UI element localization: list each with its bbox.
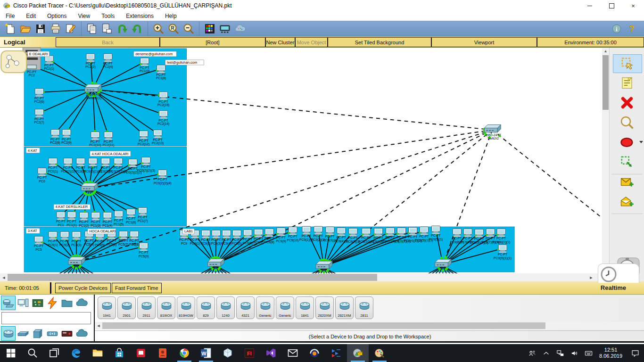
- scroll-left-arrow[interactable]: ◄: [0, 273, 8, 281]
- switch-node[interactable]: 2960-24TT Switch22960-24TTSwitch2: [484, 125, 501, 140]
- taskbar-audio-app-icon[interactable]: [304, 344, 325, 362]
- undo-button[interactable]: [116, 23, 128, 35]
- inspect-tool[interactable]: [613, 114, 641, 132]
- subcategory-security[interactable]: [60, 327, 74, 340]
- vertical-scroll-thumb[interactable]: [603, 55, 609, 110]
- pc-node[interactable]: PC5(8)PC-PTPC5(8): [129, 231, 139, 246]
- taskbar-people-app-icon[interactable]: [152, 344, 173, 362]
- pc-node[interactable]: PC2(7)PC-PTPC2(7): [34, 109, 44, 124]
- switch-node[interactable]: switch: [435, 259, 451, 267]
- move-object-button[interactable]: Move Object: [295, 37, 328, 47]
- taskbar-word-icon[interactable]: W: [195, 344, 217, 362]
- resize-shape-tool[interactable]: [613, 153, 641, 171]
- cluster-back-widget[interactable]: [1, 51, 26, 73]
- pc-node[interactable]: PC1(4)PC-PTPC1(4): [102, 212, 112, 227]
- taskbar-visual-studio-icon[interactable]: [260, 344, 282, 362]
- taskbar-file-explorer-icon[interactable]: [87, 344, 108, 362]
- root-button[interactable]: [Root]: [160, 37, 265, 47]
- device-list-scrollbar[interactable]: ◄: [95, 322, 644, 329]
- canvas-text-label[interactable]: 3.KAT: [26, 228, 40, 233]
- device-router-2911-2[interactable]: 2911: [137, 296, 156, 319]
- pc-node[interactable]: PC9(5)PC-PTPC9(5): [232, 230, 242, 245]
- canvas-text-label[interactable]: test@gulluhan.com: [165, 60, 204, 65]
- taskbar-mail-icon[interactable]: [282, 344, 304, 362]
- tray-clock[interactable]: 12:51 8.06.2019: [595, 347, 626, 359]
- tray-keyboard-icon[interactable]: [581, 344, 595, 362]
- scroll-up-arrow[interactable]: ▲: [602, 48, 609, 55]
- canvas-text-label[interactable]: HOCA ODALARI: [88, 229, 116, 234]
- pc-node[interactable]: PC5(9)PC-PTPC5(9): [139, 243, 149, 258]
- pc-node[interactable]: PC2(8)PC-PTPC2(8): [50, 130, 60, 145]
- pc-node[interactable]: PC2(1)PC-PTPC2(1): [44, 56, 54, 71]
- pc-node[interactable]: PC9(4)PC-PTPC9(4): [222, 230, 231, 245]
- draw-ellipse-tool[interactable]: [613, 133, 641, 151]
- device-router-819hgw-4[interactable]: 819HGW: [177, 296, 195, 319]
- menu-file[interactable]: File: [0, 13, 20, 19]
- pc-node[interactable]: PC9(8)PC-PTPC9(8): [264, 229, 274, 244]
- pc-node[interactable]: PC2(11)PC-PTPC2(11): [103, 132, 115, 147]
- device-router-2811-13[interactable]: 2811: [355, 296, 373, 319]
- pc-node[interactable]: PC2(2)PC-PTPC2(2): [85, 54, 95, 69]
- pc-node[interactable]: PC9(2)PC-PTPC9(2): [201, 230, 211, 245]
- workspace-canvas[interactable]: PC2PC-PTPC2PC2(1)PC-PTPC2(1)PC2(2)PC-PTP…: [0, 48, 602, 273]
- device-scroll-left-arrow[interactable]: ◄: [95, 322, 102, 329]
- note-edit-button[interactable]: [65, 23, 77, 35]
- custom-device-button[interactable]: [219, 23, 231, 35]
- tray-people-icon[interactable]: [525, 344, 539, 362]
- zoom-reset-button[interactable]: R: [167, 23, 180, 35]
- canvas-text-label[interactable]: deneme@gulluhan.com: [134, 51, 176, 57]
- tab-logical[interactable]: Logical: [0, 37, 56, 47]
- ellipse-dropdown-arrow[interactable]: [639, 141, 643, 143]
- device-scroll-thumb[interactable]: [102, 322, 545, 329]
- tray-volume-icon[interactable]: [567, 344, 581, 362]
- pc-node[interactable]: PC5(1)PC-PTPC5(1): [48, 231, 58, 247]
- zoom-in-button[interactable]: [152, 23, 165, 35]
- vertical-scrollbar[interactable]: ▲ ▼: [602, 48, 609, 273]
- pc-node[interactable]: PC2(15)PC-PTPC2(15): [157, 92, 169, 107]
- place-note-tool[interactable]: [613, 74, 641, 92]
- paste-button[interactable]: [101, 23, 113, 35]
- canvas-text-label[interactable]: LAB1: [183, 229, 195, 234]
- switch-node[interactable]: switch: [316, 261, 332, 269]
- viewport-button[interactable]: Viewport: [431, 37, 537, 47]
- pc-node[interactable]: PC0(1)PC-PTPC0(1): [48, 158, 58, 173]
- category-components[interactable]: [31, 296, 44, 310]
- category-miscellaneous[interactable]: [60, 296, 74, 310]
- action-center-icon[interactable]: [626, 344, 644, 362]
- maximize-button[interactable]: [601, 0, 622, 11]
- device-router-1240-6[interactable]: 1240: [216, 296, 235, 319]
- taskbar-search-icon[interactable]: [22, 344, 43, 362]
- subcategory-wan-emulation[interactable]: [74, 327, 88, 340]
- realtime-clock-icon[interactable]: [601, 266, 617, 284]
- taskbar-compare-app-icon[interactable]: [325, 344, 347, 362]
- pc-node[interactable]: PC1(5)PC-PTPC1(5): [114, 211, 124, 226]
- taskbar-paint-icon[interactable]: [369, 344, 390, 362]
- save-button[interactable]: [34, 23, 47, 35]
- pc-node[interactable]: PC1(1)PC-PTPC1(1): [66, 212, 76, 227]
- pc-node[interactable]: PC2(13)PC-PTPC2(13): [152, 130, 164, 145]
- help-button[interactable]: ?: [626, 23, 638, 35]
- menu-tools[interactable]: Tools: [96, 13, 120, 19]
- device-router-1841-10[interactable]: 1841: [296, 296, 314, 319]
- device-router-generic-9[interactable]: Generic: [276, 296, 294, 319]
- switch-node[interactable]: switch: [81, 183, 98, 190]
- pc-node[interactable]: PC1(2)PC-PTPC1(2): [79, 212, 89, 227]
- set-tiled-background-button[interactable]: Set Tiled Background: [328, 37, 431, 47]
- menu-view[interactable]: View: [72, 13, 96, 19]
- pc-node[interactable]: PC9(9)PC-PTPC9(9): [276, 228, 286, 243]
- pc-node[interactable]: PC9(7)PC-PTPC9(7): [253, 229, 263, 244]
- category-network-devices[interactable]: [1, 296, 15, 310]
- taskbar-task-view-icon[interactable]: [43, 344, 65, 362]
- horizontal-scrollbar[interactable]: ◄ ►: [0, 273, 602, 281]
- pc-node[interactable]: PC9(6)PC-PTPC9(6): [243, 230, 253, 245]
- zoom-out-button[interactable]: [182, 23, 195, 35]
- pc-node[interactable]: PC2(14)PC-PTPC2(14): [157, 111, 169, 126]
- subcategory-switches[interactable]: [16, 327, 30, 340]
- cloud-multiuser-button[interactable]: [234, 23, 246, 35]
- subcategory-wireless-devices[interactable]: [45, 327, 59, 340]
- canvas-text-label[interactable]: 4.KAT DERSLİKLER: [54, 204, 90, 209]
- add-simple-pdu-tool[interactable]: [613, 173, 641, 191]
- switch-node[interactable]: switch: [68, 257, 85, 264]
- minimize-button[interactable]: [579, 0, 601, 11]
- device-router-819iox-3[interactable]: 819IOX: [157, 296, 175, 319]
